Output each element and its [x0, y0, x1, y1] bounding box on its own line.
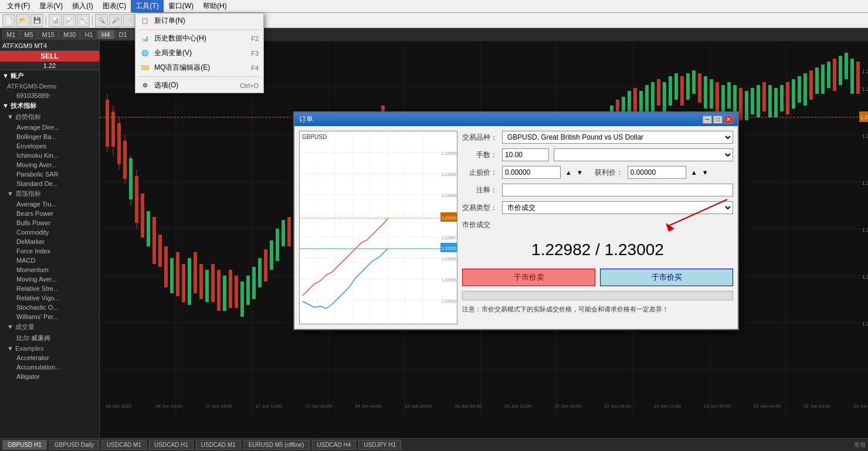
takeprofit-spinner-down[interactable]: ▼ — [702, 169, 708, 176]
tf-h4[interactable]: H4 — [97, 30, 114, 39]
sidebar-item-averagedir[interactable]: Average Dire... — [0, 123, 99, 132]
symbol-select[interactable]: GBPUSD, Great British Pound vs US Dollar — [502, 131, 733, 144]
sell-at-market-button[interactable]: 于市价卖 — [462, 269, 595, 286]
sidebar-item-commodity[interactable]: Commodity — [0, 228, 99, 237]
sidebar-volume[interactable]: ▼ 成交量 — [0, 321, 99, 333]
stoploss-spinner-up[interactable]: ▲ — [565, 169, 572, 176]
svg-text:1.22959: 1.22959 — [442, 257, 456, 261]
sidebar-item-movingavg2[interactable]: Moving Aver... — [0, 274, 99, 284]
buy-at-market-button[interactable]: 于市价买 — [600, 269, 733, 286]
sidebar-item-alligator[interactable]: Alligator — [0, 372, 99, 381]
tf-d1[interactable]: D1 — [115, 30, 131, 39]
tf-m15[interactable]: M15 — [38, 30, 59, 39]
sidebar-item-relativestre[interactable]: Relative Stre... — [0, 284, 99, 293]
takeprofit-spinner-up[interactable]: ▲ — [691, 169, 697, 176]
tab-usdcad-h1[interactable]: USDCAD H1 — [149, 440, 194, 450]
dialog-minimize-button[interactable]: ─ — [703, 116, 712, 124]
tab-eurusd-m5-offline[interactable]: EURUSD M5 (offline) — [243, 440, 310, 450]
svg-rect-53 — [287, 217, 291, 246]
svg-text:1.2290: 1.2290 — [862, 133, 868, 139]
dialog-close-button[interactable]: ✕ — [724, 116, 733, 124]
svg-rect-90 — [721, 85, 725, 114]
sidebar-item-relativevigo[interactable]: Relative Vigo... — [0, 293, 99, 303]
tab-usdcad-m1-2[interactable]: USDCAD M1 — [196, 440, 241, 450]
menu-neworder[interactable]: 📋 新订单(N) — [135, 13, 263, 28]
tf-m5[interactable]: M5 — [20, 30, 37, 39]
options-icon: ⚙ — [140, 81, 150, 90]
form-row-lots: 手数： — [462, 148, 733, 161]
svg-rect-38 — [199, 264, 203, 299]
svg-text:1.22975: 1.22975 — [442, 215, 456, 219]
menu-chart[interactable]: 图表(C) — [98, 0, 131, 12]
tab-gbpusd-h1[interactable]: GBPUSD H1 — [2, 440, 47, 450]
sidebar-trend-indicators[interactable]: ▼ 趋势指标 — [0, 111, 99, 123]
sidebar-item-demarker[interactable]: DeMarker — [0, 237, 99, 246]
tab-usdcad-m1-1[interactable]: USDCAD M1 — [101, 440, 147, 450]
tf-m1[interactable]: M1 — [2, 30, 19, 39]
sidebar-item-accelerator[interactable]: Accelerator — [0, 353, 99, 362]
tb-new[interactable]: 📄 — [2, 14, 15, 27]
sidebar-item-williams[interactable]: Williams' Per... — [0, 312, 99, 321]
sidebar-section-account[interactable]: ▼ 账户 — [0, 70, 99, 82]
sidebar-item-ichimoku[interactable]: Ichimoku Kin... — [0, 151, 99, 160]
tb-zoom-out[interactable]: 🔎 — [109, 14, 122, 27]
menu-options[interactable]: ⚙ 选项(O) Ctrl+O — [135, 78, 263, 93]
tab-gbpusd-daily[interactable]: GBPUSD Daily — [49, 440, 99, 450]
stoploss-spinner-down[interactable]: ▼ — [577, 169, 583, 176]
menu-editor[interactable]: ⌨ MQ语言编辑器(E) F4 — [135, 60, 263, 75]
menu-help[interactable]: 帮助(H) — [198, 0, 232, 12]
tb-chart2[interactable]: 📈 — [63, 14, 76, 27]
sidebar-item-bollinger[interactable]: Bollinger Ba... — [0, 132, 99, 141]
svg-text:16 Jun 20:00: 16 Jun 20:00 — [155, 403, 183, 409]
sidebar-oscillator-indicators[interactable]: ▼ 震荡指标 — [0, 188, 99, 199]
tab-usdcad-h4[interactable]: USDCAD H4 — [312, 440, 357, 450]
price-separator: / — [595, 240, 605, 259]
sidebar-item-macd[interactable]: MACD — [0, 256, 99, 265]
tb-open[interactable]: 📂 — [16, 14, 29, 27]
type-select[interactable]: 市价成交 — [502, 201, 733, 214]
sidebar-item-bullspower[interactable]: Bulls Power — [0, 218, 99, 228]
status-ready: 常用 — [854, 441, 866, 449]
tf-h1[interactable]: H1 — [80, 30, 97, 39]
sidebar-item-stddev[interactable]: Standard De... — [0, 179, 99, 188]
sidebar-item-avgTrue[interactable]: Average Tru... — [0, 199, 99, 209]
stoploss-input[interactable] — [502, 166, 561, 179]
sell-button[interactable]: SELL — [0, 51, 99, 62]
dialog-maximize-button[interactable]: □ — [713, 116, 723, 124]
tb-chart3[interactable]: 📉 — [77, 14, 90, 27]
takeprofit-input[interactable] — [628, 166, 686, 179]
sidebar-item-stochastic[interactable]: Stochastic O... — [0, 303, 99, 312]
menu-histdata[interactable]: 📊 历史数据中心(H) F2 — [135, 31, 263, 46]
sidebar-examples[interactable]: ▼ Examples — [0, 344, 99, 353]
sidebar-item-parabolic[interactable]: Parabolic SAR — [0, 169, 99, 179]
sidebar-section-indicators[interactable]: ▼ 技术指标 — [0, 100, 99, 111]
sidebar-account-name[interactable]: ATFXGM9-Demo — [0, 82, 99, 91]
comment-input[interactable] — [502, 184, 733, 196]
sidebar-item-bearspower[interactable]: Bears Power — [0, 209, 99, 218]
tb-zoom-in[interactable]: 🔍 — [95, 14, 108, 27]
lots-input[interactable] — [502, 148, 549, 161]
svg-rect-40 — [211, 264, 215, 302]
menu-globalvars[interactable]: 🌐 全局变量(V) F3 — [135, 46, 263, 60]
sidebar-item-accumulation[interactable]: Accumulation... — [0, 362, 99, 372]
sidebar-item-envelopes[interactable]: Envelopes — [0, 141, 99, 151]
lots-dropdown[interactable] — [554, 148, 733, 161]
tb-grid[interactable]: ⊞ — [123, 14, 136, 27]
tab-usdjpy-h1[interactable]: USDJPY H1 — [358, 440, 401, 450]
sidebar-item-momentum[interactable]: Momentum — [0, 265, 99, 274]
tf-m30[interactable]: M30 — [59, 30, 80, 39]
menu-window[interactable]: 窗口(W) — [164, 0, 198, 12]
sidebar-account-id[interactable]: 691035889: — [0, 91, 99, 100]
sidebar-item-forceindex[interactable]: Force Index — [0, 246, 99, 256]
svg-rect-37 — [194, 252, 197, 293]
svg-text:17 Jun 12:00: 17 Jun 12:00 — [255, 403, 283, 409]
menu-bar: 文件(F) 显示(V) 插入(I) 图表(C) 工具(T) 窗口(W) 帮助(H… — [0, 0, 868, 13]
menu-insert[interactable]: 插入(I) — [67, 0, 97, 12]
tb-save[interactable]: 💾 — [30, 14, 43, 27]
menu-view[interactable]: 显示(V) — [35, 0, 67, 12]
tb-chart[interactable]: 📊 — [49, 14, 62, 27]
sidebar-item-billwilliams[interactable]: 比尔·威廉姆 — [0, 333, 99, 344]
menu-file[interactable]: 文件(F) — [2, 0, 35, 12]
menu-tools[interactable]: 工具(T) — [131, 0, 163, 12]
sidebar-item-movingavg1[interactable]: Moving Aver... — [0, 160, 99, 169]
